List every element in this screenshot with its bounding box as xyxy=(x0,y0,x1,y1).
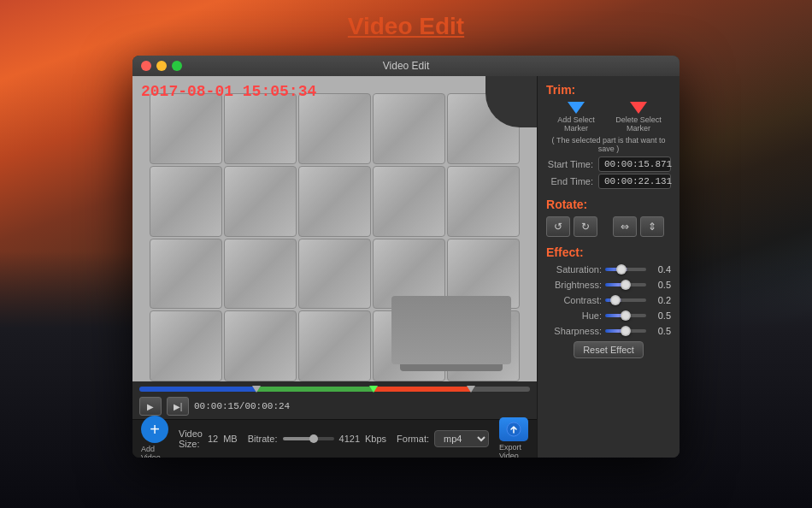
rotate-divider xyxy=(601,216,609,237)
wall-tile xyxy=(150,166,222,237)
wall-tile xyxy=(150,310,222,381)
rotate-ccw-button[interactable]: ↺ xyxy=(546,216,570,237)
add-marker-label: Add Select Marker xyxy=(546,115,606,133)
trim-note: ( The selected part is that want to save… xyxy=(546,136,671,153)
contrast-row: Contrast: 0.2 xyxy=(546,295,671,305)
export-wrapper: Export Video xyxy=(499,417,528,458)
contrast-value: 0.2 xyxy=(650,295,671,305)
saturation-label: Saturation: xyxy=(546,264,602,275)
brightness-value: 0.5 xyxy=(650,280,671,290)
delete-marker-button[interactable]: Delete Select Marker xyxy=(606,102,671,133)
brightness-slider[interactable] xyxy=(605,283,646,286)
contrast-label: Contrast: xyxy=(546,295,602,305)
bottom-bar: + Add Video Video Size: 12 MB Bitrate: 4… xyxy=(132,419,537,458)
sharpness-slider[interactable] xyxy=(605,329,646,333)
trim-start-marker[interactable] xyxy=(252,386,261,393)
close-button[interactable] xyxy=(141,61,151,71)
traffic-lights xyxy=(141,61,182,71)
wall-tile xyxy=(150,239,222,310)
playback-controls: ▶ ▶| 00:00:15/00:00:24 xyxy=(132,381,537,419)
effect-section: Effect: Saturation: 0.4 Brightness: 0.5 xyxy=(546,245,671,358)
page-title: Video Edit xyxy=(348,13,464,40)
format-info: Format: mp4 mov avi xyxy=(397,430,489,447)
time-display: 00:00:15/00:00:24 xyxy=(194,401,290,411)
video-size-value: 12 xyxy=(208,434,218,444)
sharpness-thumb[interactable] xyxy=(621,326,631,336)
bitrate-slider[interactable] xyxy=(283,437,334,440)
sharpness-label: Sharpness: xyxy=(546,326,602,336)
format-label: Format: xyxy=(397,434,429,444)
progress-track[interactable] xyxy=(139,387,530,392)
saturation-row: Saturation: 0.4 xyxy=(546,264,671,275)
right-panel: Trim: Add Select Marker Delete Select Ma… xyxy=(537,76,680,458)
hue-slider[interactable] xyxy=(605,314,646,317)
export-video-label: Export Video xyxy=(499,443,528,458)
brightness-thumb[interactable] xyxy=(621,280,631,290)
bitrate-value: 4121 xyxy=(339,434,360,444)
format-select[interactable]: mp4 mov avi xyxy=(434,430,489,447)
hue-value: 0.5 xyxy=(650,310,671,321)
saturation-value: 0.4 xyxy=(650,264,671,275)
controls-row: ▶ ▶| 00:00:15/00:00:24 xyxy=(139,397,530,416)
trim-section: Trim: Add Select Marker Delete Select Ma… xyxy=(546,83,671,189)
video-timestamp: 2017-08-01 15:05:34 xyxy=(141,83,316,100)
video-panel: 2017-08-01 15:05:34 ▶ ▶| 00:00:15/00:00:… xyxy=(132,76,537,458)
rotate-title: Rotate: xyxy=(546,198,671,211)
add-marker-button[interactable]: Add Select Marker xyxy=(546,102,606,133)
add-video-button[interactable]: + xyxy=(141,416,168,443)
wall-tile xyxy=(298,93,371,164)
effect-title: Effect: xyxy=(546,245,671,259)
bitrate-label: Bitrate: xyxy=(248,434,278,444)
add-marker-icon xyxy=(568,102,585,114)
trim-buttons: Add Select Marker Delete Select Marker xyxy=(546,102,671,133)
video-area: 2017-08-01 15:05:34 xyxy=(132,76,537,381)
window-title: Video Edit xyxy=(383,60,430,72)
titlebar: Video Edit xyxy=(132,56,680,76)
video-content: 2017-08-01 15:05:34 xyxy=(132,76,537,381)
end-time-value[interactable]: 00:00:22.131 xyxy=(598,174,671,189)
add-video-wrapper: + Add Video xyxy=(141,416,168,458)
start-time-label: Start Time: xyxy=(548,159,593,169)
trim-title: Trim: xyxy=(546,83,671,97)
wall-tile xyxy=(224,239,297,310)
minimize-button[interactable] xyxy=(156,61,167,71)
next-frame-button[interactable]: ▶| xyxy=(167,397,189,416)
bitrate-info: Bitrate: 4121 Kbps xyxy=(248,434,386,444)
wall-tile xyxy=(373,166,445,237)
maximize-button[interactable] xyxy=(172,61,182,71)
flip-v-button[interactable]: ⇕ xyxy=(640,216,664,237)
export-video-button[interactable] xyxy=(499,417,528,441)
saturation-slider[interactable] xyxy=(605,268,646,271)
window-content: 2017-08-01 15:05:34 ▶ ▶| 00:00:15/00:00:… xyxy=(132,76,680,458)
end-time-row: End Time: 00:00:22.131 xyxy=(546,174,671,189)
bottom-info: Video Size: 12 MB xyxy=(179,428,238,449)
contrast-slider[interactable] xyxy=(605,298,646,302)
hue-thumb[interactable] xyxy=(621,310,631,321)
wall-tile xyxy=(447,166,520,237)
export-icon xyxy=(506,422,521,437)
start-time-value[interactable]: 00:00:15.871 xyxy=(598,157,671,172)
sharpness-row: Sharpness: 0.5 xyxy=(546,326,671,336)
reset-effect-button[interactable]: Reset Effect xyxy=(574,341,644,358)
hue-row: Hue: 0.5 xyxy=(546,310,671,321)
playhead-marker[interactable] xyxy=(369,386,378,393)
rotate-cw-button[interactable]: ↻ xyxy=(574,216,597,237)
main-window: Video Edit xyxy=(132,56,680,458)
wall-tile xyxy=(298,239,371,310)
wall-tile xyxy=(298,310,371,381)
rotate-buttons: ↺ ↻ ⇔ ⇕ xyxy=(546,216,671,237)
trim-end-marker[interactable] xyxy=(467,386,475,393)
contrast-thumb[interactable] xyxy=(610,295,621,305)
sharpness-value: 0.5 xyxy=(650,326,671,336)
wall-tile xyxy=(224,166,297,237)
hue-label: Hue: xyxy=(546,310,602,321)
add-video-label: Add Video xyxy=(141,445,168,458)
wall-tile xyxy=(150,93,222,164)
wall-tile xyxy=(298,166,371,237)
flip-h-button[interactable]: ⇔ xyxy=(613,216,637,237)
play-button[interactable]: ▶ xyxy=(139,397,162,416)
saturation-thumb[interactable] xyxy=(616,264,627,275)
laptop xyxy=(391,296,511,364)
wall-tile xyxy=(373,93,445,164)
video-size-label: Video Size: xyxy=(179,428,203,449)
